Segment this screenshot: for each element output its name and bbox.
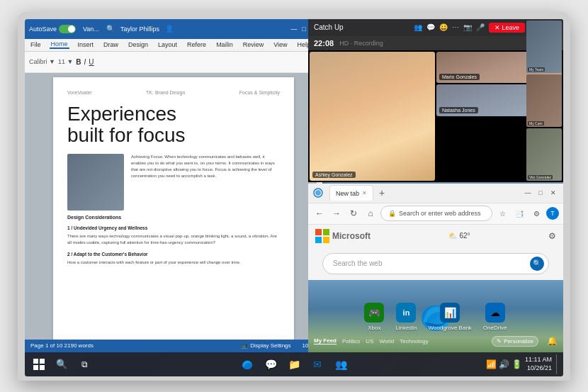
onedrive-icon: ☁ [485,303,505,323]
edge-close[interactable]: ✕ [548,189,559,196]
ribbon-tab-draw[interactable]: Draw [102,41,120,48]
edge-minimize[interactable]: — [522,189,533,196]
personalize-button[interactable]: ✎ Personalize [492,336,538,347]
add-tab-button[interactable]: + [376,187,388,198]
reactions-icon[interactable]: 😀 [439,23,448,31]
show-desktop-button[interactable] [556,354,559,374]
svg-rect-3 [323,237,329,243]
bold-button[interactable]: B [76,58,81,66]
back-button[interactable]: ← [312,206,327,220]
ribbon-tab-review[interactable]: Review [242,41,266,48]
refresh-button[interactable]: ↻ [346,206,361,220]
ribbon-tab-insert[interactable]: Insert [77,41,96,48]
teams-window: Catch Up 👥 💬 😀 ⋯ 📷 🎤 ✕ Leave — □ ✕ [308,19,563,182]
italic-button[interactable]: I [84,58,86,66]
battery-icon[interactable]: 🔋 [511,359,522,369]
taskbar-right: 📶 🔊 🔋 11:11 AM 10/26/21 [486,354,559,374]
news-tab-world[interactable]: World [379,338,394,345]
news-tab-us[interactable]: US [366,338,373,345]
quick-link-xbox[interactable]: 🎮 Xbox [364,303,384,331]
doc-header-brand: VoreVoater [67,90,92,95]
profile-icon[interactable]: 👤 [165,25,174,33]
personalize-text: Personalize [504,338,533,345]
ribbon-tab-file[interactable]: File [29,41,43,48]
linkedin-icon: in [396,303,416,323]
forward-button[interactable]: → [329,206,344,220]
settings-icon[interactable]: ⚙ [529,206,543,220]
clock-time: 11:11 AM [525,356,552,364]
xbox-label: Xbox [368,325,380,331]
start-button[interactable] [29,354,49,374]
thumb-3-name: Vito Gonzalez [528,175,553,179]
task-view-button[interactable]: ⧉ [74,354,94,374]
svg-rect-5 [33,359,38,364]
edge-window: New tab ✕ + — □ ✕ ← → ↻ ⌂ [308,184,563,352]
favorites-icon[interactable]: ☆ [495,206,509,220]
microsoft-logo: Microsoft [315,229,371,243]
display-settings[interactable]: 📺 Display Settings [241,342,290,349]
mic-icon[interactable]: 🎤 [476,23,485,31]
ribbon-tab-design[interactable]: Design [127,41,149,48]
toolbar-size: 11 ▼ [58,58,73,65]
sidebar-thumbnails: My Team My Cam Vito Gonzalez [526,21,562,181]
laptop-shell: AutoSave Van... 🔍 Taylor Phillips 👤 — □ … [18,12,570,381]
lock-icon: 🔒 [388,210,396,217]
teams-titlebar: Catch Up 👥 💬 😀 ⋯ 📷 🎤 ✕ Leave — □ ✕ [308,19,563,36]
ribbon-tab-home[interactable]: Home [50,40,69,49]
display-settings-icon: 📺 [241,342,248,349]
minimize-button[interactable]: — [290,25,298,33]
leave-button[interactable]: ✕ Leave [489,23,525,33]
ribbon-tab-layout[interactable]: Layout [157,41,179,48]
video-grid: Ashley Gonzalez Mario Gonzales Natasha J… [308,50,563,182]
edge-navbar: ← → ↻ ⌂ 🔒 Search or enter web address ☆ … [308,203,563,225]
clock-display[interactable]: 11:11 AM 10/26/21 [525,356,552,372]
word-author: Taylor Phillips [120,26,159,33]
taskbar-edge-icon[interactable] [237,354,257,374]
participant-name-2: Mario Gonzales [439,74,480,80]
linkedin-label: LinkedIn [395,325,417,331]
notifications-icon[interactable]: 🔔 [547,336,558,346]
home-button[interactable]: ⌂ [363,206,378,220]
more-options-icon[interactable]: ⋯ [452,23,459,31]
ribbon-tab-mailings[interactable]: Mailin [215,41,234,48]
volume-icon[interactable]: 🔊 [499,359,509,369]
news-tab-myfeed[interactable]: My Feed [314,337,337,345]
ms-settings-icon[interactable]: ⚙ [548,231,556,241]
underline-button[interactable]: U [89,58,94,66]
search-box-container: Search the web 🔍 [308,247,563,280]
screen-content: AutoSave Van... 🔍 Taylor Phillips 👤 — □ … [25,19,563,352]
edge-titlebar: New tab ✕ + — □ ✕ [308,184,563,203]
search-icon[interactable]: 🔍 [106,25,115,33]
quick-link-onedrive[interactable]: ☁ OneDrive [483,303,507,331]
quick-link-woodgrove[interactable]: 📊 Woodgrove Bank [429,303,472,331]
news-tab-technology[interactable]: Technology [400,338,428,345]
taskbar-teams-icon[interactable]: 👥 [331,354,351,374]
doc-section-2-body: How a customer interacts with each featu… [67,259,280,266]
news-tab-politics[interactable]: Politics [342,338,360,345]
taskbar-mail-icon[interactable]: ✉ [307,354,327,374]
ribbon-tab-view[interactable]: View [272,41,288,48]
ribbon-tab-references[interactable]: Refere [186,41,208,48]
camera-icon[interactable]: 📷 [463,23,472,31]
maximize-button[interactable]: □ [300,25,308,33]
taskbar-chat-icon[interactable]: 💬 [261,354,281,374]
word-titlebar: AutoSave Van... 🔍 Taylor Phillips 👤 — □ … [25,19,322,39]
quick-link-linkedin[interactable]: in LinkedIn [395,303,417,331]
address-text: Search or enter web address [399,210,481,217]
taskbar-left: 🔍 ⧉ [29,354,94,374]
autosave-label: AutoSave [29,26,57,33]
taskbar-explorer-icon[interactable]: 📁 [284,354,304,374]
autosave-toggle[interactable] [59,25,76,33]
collections-icon[interactable]: 📑 [512,206,526,220]
profile-avatar[interactable]: T [546,207,559,220]
bing-search-button[interactable]: 🔍 [530,257,544,271]
search-button[interactable]: 🔍 [52,354,72,374]
wifi-icon[interactable]: 📶 [486,359,497,369]
address-bar[interactable]: 🔒 Search or enter web address [380,206,492,221]
browser-tab-new[interactable]: New tab ✕ [329,185,373,201]
chat-icon[interactable]: 💬 [426,23,435,31]
people-icon[interactable]: 👥 [414,23,422,31]
tab-close-icon[interactable]: ✕ [362,190,367,196]
bing-search-box[interactable]: Search the web 🔍 [322,253,549,274]
edge-maximize[interactable]: □ [535,189,546,196]
